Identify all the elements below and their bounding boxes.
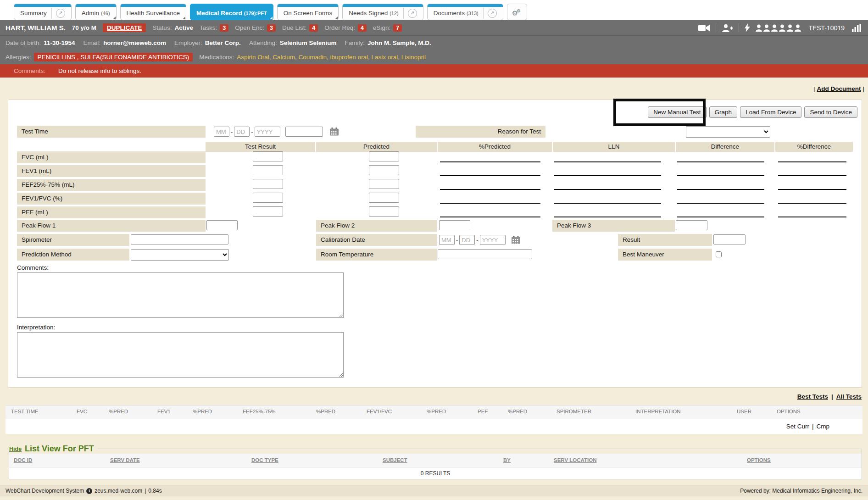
blank-line bbox=[554, 175, 661, 176]
tab-health-surveillance[interactable]: Health Surveillance bbox=[120, 4, 186, 20]
corner-fold-icon bbox=[183, 17, 185, 19]
tab-accent bbox=[14, 4, 71, 7]
pef-test-result-input[interactable] bbox=[253, 206, 283, 217]
doc-col-serv-location[interactable]: SERV LOCATION bbox=[554, 457, 597, 463]
order-req-count-badge[interactable]: 4 bbox=[358, 24, 367, 32]
patient-id: TEST-10019 bbox=[808, 24, 845, 32]
doc-col-serv-date[interactable]: SERV DATE bbox=[110, 457, 140, 463]
add-document-link[interactable]: Add Document bbox=[817, 85, 861, 92]
measure-row-fvc: FVC (mL) bbox=[8, 150, 862, 164]
test-time-day-input[interactable] bbox=[234, 127, 250, 137]
calibration-month-input[interactable] bbox=[439, 235, 455, 245]
load-from-device-button[interactable]: Load From Device bbox=[740, 106, 801, 118]
due-list-count-badge[interactable]: 4 bbox=[309, 24, 318, 32]
res-col-pred4: %PRED bbox=[427, 409, 446, 414]
interpretation-textarea[interactable] bbox=[17, 332, 344, 378]
new-manual-test-button[interactable]: New Manual Test bbox=[648, 106, 706, 118]
best-maneuver-checkbox[interactable] bbox=[716, 251, 722, 257]
doc-col-doc-type[interactable]: DOC TYPE bbox=[251, 457, 278, 463]
result-input[interactable] bbox=[713, 234, 746, 244]
calendar-icon[interactable] bbox=[330, 128, 339, 136]
pef-predicted-input[interactable] bbox=[369, 206, 399, 217]
pft-action-buttons: New Manual Test Graph Load From Device S… bbox=[648, 106, 857, 118]
doc-col-subject[interactable]: SUBJECT bbox=[383, 457, 407, 463]
email-value[interactable]: horner@mieweb.com bbox=[103, 39, 166, 46]
blank-line bbox=[440, 217, 540, 217]
bolt-icon[interactable] bbox=[745, 23, 750, 32]
calibration-day-input[interactable] bbox=[459, 235, 475, 245]
prediction-method-select[interactable] bbox=[131, 249, 229, 261]
allergies-value[interactable]: PENICILLINS , SULFA(SULFONAMIDE ANTIBIOT… bbox=[34, 53, 193, 61]
duplicate-flag[interactable]: DUPLICATE bbox=[103, 23, 146, 32]
tab-documents[interactable]: Documents (313) ↗ bbox=[427, 4, 503, 20]
calendar-icon[interactable] bbox=[512, 236, 520, 244]
blank-line bbox=[440, 189, 540, 190]
res-col-options: OPTIONS bbox=[777, 409, 801, 414]
esign-count-badge[interactable]: 7 bbox=[393, 24, 402, 32]
fef-test-result-input[interactable] bbox=[253, 179, 283, 189]
open-new-window-icon[interactable]: ↗ bbox=[408, 9, 417, 18]
fev1-test-result-input[interactable] bbox=[253, 165, 283, 175]
res-col-fvc: FVC bbox=[77, 409, 87, 414]
video-camera-icon[interactable] bbox=[698, 24, 710, 32]
settings-gears-button[interactable]: ⚙⚙ bbox=[507, 4, 527, 20]
peak-flow-3-input[interactable] bbox=[676, 220, 707, 230]
spirometer-label: Spirometer bbox=[17, 234, 129, 246]
cmp-link[interactable]: Cmp bbox=[816, 423, 829, 430]
test-time-month-input[interactable] bbox=[214, 127, 229, 137]
room-temperature-input[interactable] bbox=[438, 249, 532, 259]
peak-flow-2-input[interactable] bbox=[439, 220, 470, 230]
fvc-predicted-input[interactable] bbox=[369, 151, 399, 161]
doc-col-options[interactable]: OPTIONS bbox=[747, 457, 771, 463]
demographics-bar: Date of birth:11-30-1954 Email:horner@mi… bbox=[0, 36, 868, 50]
measure-row-fev1-fvc: FEV1/FVC (%) bbox=[8, 192, 862, 206]
best-tests-link[interactable]: Best Tests bbox=[797, 393, 828, 400]
doc-col-doc-id[interactable]: DOC ID bbox=[14, 457, 32, 463]
fev1fvc-test-result-input[interactable] bbox=[253, 193, 283, 203]
info-icon[interactable]: i bbox=[86, 488, 92, 494]
set-curr-link[interactable]: Set Curr bbox=[786, 423, 809, 430]
bar-chart-icon[interactable] bbox=[852, 24, 862, 32]
calibration-year-input[interactable] bbox=[480, 235, 506, 245]
measure-row-pef: PEF (mL) bbox=[8, 206, 862, 219]
hide-link[interactable]: Hide bbox=[9, 446, 22, 452]
res-col-pred1: %PRED bbox=[109, 409, 128, 414]
comments-textarea[interactable] bbox=[17, 272, 344, 318]
tab-accent bbox=[121, 4, 186, 7]
comments-bar-label: Comments: bbox=[14, 67, 45, 74]
corner-fold-icon bbox=[270, 17, 273, 19]
spirometer-input[interactable] bbox=[131, 234, 228, 244]
open-new-window-icon[interactable]: ↗ bbox=[56, 9, 65, 18]
send-to-device-button[interactable]: Send to Device bbox=[804, 106, 857, 118]
tab-on-screen-forms[interactable]: On Screen Forms bbox=[277, 4, 339, 20]
all-tests-link[interactable]: All Tests bbox=[836, 393, 862, 400]
doc-col-by[interactable]: BY bbox=[503, 457, 511, 463]
fev1fvc-predicted-input[interactable] bbox=[369, 193, 399, 203]
fef-predicted-input[interactable] bbox=[369, 179, 399, 189]
list-view-title: List View For PFT bbox=[25, 444, 94, 454]
tab-label: Documents bbox=[434, 10, 465, 17]
reason-for-test-select[interactable] bbox=[686, 126, 770, 138]
fev1-predicted-input[interactable] bbox=[369, 165, 399, 175]
divider bbox=[739, 23, 739, 33]
blank-line bbox=[778, 189, 846, 190]
graph-button[interactable]: Graph bbox=[709, 106, 738, 118]
medications-list[interactable]: Aspirin Oral, Calcium, Coumadin, ibuprof… bbox=[237, 54, 426, 61]
tab-needs-signed[interactable]: Needs Signed (12) ↗ bbox=[342, 4, 423, 20]
tab-summary[interactable]: Summary ↗ bbox=[14, 4, 72, 20]
add-user-icon[interactable] bbox=[722, 24, 733, 32]
linked-users-icons[interactable] bbox=[756, 24, 801, 32]
employer-value: Better Corp. bbox=[205, 39, 241, 46]
tab-medical-record[interactable]: Medical Record (179):PFT bbox=[190, 4, 273, 20]
peak-flow-1-input[interactable] bbox=[206, 220, 238, 230]
test-time-time-input[interactable] bbox=[285, 127, 323, 137]
tasks-count-badge[interactable]: 3 bbox=[220, 24, 228, 32]
tab-admin[interactable]: Admin (46) bbox=[75, 4, 117, 20]
fvc-test-result-input[interactable] bbox=[253, 151, 283, 161]
list-view-heading: Hide List View For PFT bbox=[9, 444, 98, 454]
test-time-year-input[interactable] bbox=[255, 127, 280, 137]
open-new-window-icon[interactable]: ↗ bbox=[488, 9, 497, 18]
blank-line bbox=[440, 203, 540, 204]
allergies-bar: Allergies:PENICILLINS , SULFA(SULFONAMID… bbox=[0, 50, 868, 64]
open-enc-count-badge[interactable]: 3 bbox=[267, 24, 276, 32]
